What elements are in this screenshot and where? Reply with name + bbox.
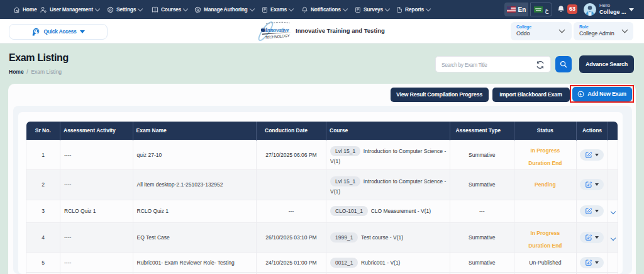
svg-text:Innovative: Innovative bbox=[265, 27, 290, 33]
svg-text:TECHNOLOGY: TECHNOLOGY bbox=[265, 34, 291, 40]
